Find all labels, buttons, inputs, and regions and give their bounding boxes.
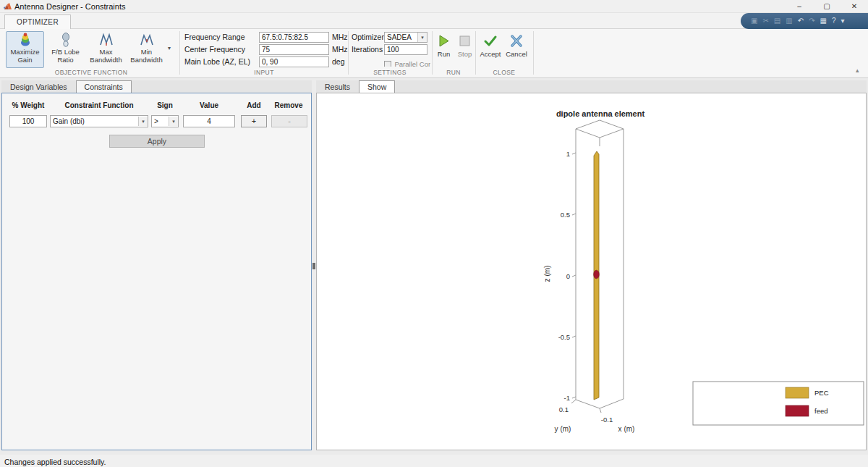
- ribbon-tab-row: OPTIMIZER ▣ ✂ ▤ ▥ ↶ ↷ ▦ ? ▾: [0, 13, 868, 29]
- x-axis-label: x (m): [618, 425, 635, 433]
- maximize-gain-label: Maximize Gain: [7, 49, 43, 64]
- cancel-label: Cancel: [506, 50, 527, 58]
- help-icon[interactable]: ?: [832, 13, 836, 29]
- iterations-label: Iterations: [352, 44, 383, 55]
- fb-lobe-ratio-label: F/B Lobe Ratio: [47, 49, 84, 64]
- main-lobe-unit: deg: [332, 56, 345, 67]
- section-divider: [475, 31, 476, 75]
- stop-button[interactable]: Stop: [455, 31, 475, 68]
- min-bandwidth-icon: [140, 32, 154, 48]
- status-bar: Changes applied successfully.: [0, 455, 868, 467]
- tab-constraints[interactable]: Constraints: [76, 80, 132, 93]
- max-bandwidth-label: Max Bandwidth: [88, 49, 124, 64]
- copy-icon[interactable]: ▤: [774, 13, 780, 29]
- apply-button[interactable]: Apply: [109, 135, 205, 148]
- remove-constraint-button[interactable]: -: [271, 115, 307, 127]
- cut-icon[interactable]: ✂: [762, 13, 768, 29]
- paste-icon[interactable]: ▥: [786, 13, 792, 29]
- optimizer-label: Optimizer: [352, 32, 384, 43]
- accept-label: Accept: [480, 50, 501, 58]
- parallel-computing-label: Parallel Computing: [394, 60, 430, 67]
- window-title: Antenna Designer - Constraints: [14, 0, 125, 13]
- window-controls: – ▢ ✕: [786, 0, 868, 13]
- constraints-panel: Design Variables Constraints % Weight Co…: [1, 80, 312, 450]
- accept-button[interactable]: Accept: [478, 31, 503, 68]
- parallel-computing-row: Parallel Computing: [384, 56, 430, 67]
- title-bar: Antenna Designer - Constraints – ▢ ✕: [0, 0, 868, 13]
- stop-label: Stop: [458, 50, 472, 58]
- sign-select[interactable]: > ▾: [151, 115, 179, 127]
- layout-icon[interactable]: ▦: [820, 13, 827, 29]
- add-constraint-button[interactable]: +: [241, 115, 267, 127]
- constraint-function-value: Gain (dbi): [51, 117, 138, 125]
- tab-results[interactable]: Results: [316, 80, 359, 93]
- minimize-button[interactable]: –: [786, 0, 813, 13]
- section-divider: [348, 31, 349, 75]
- min-bandwidth-button[interactable]: Min Bandwidth: [127, 31, 166, 68]
- section-divider: [533, 31, 534, 75]
- objective-gallery-dropdown-icon[interactable]: ▾: [168, 45, 171, 51]
- tab-design-variables[interactable]: Design Variables: [1, 80, 76, 93]
- splitter-handle-icon: [312, 263, 315, 269]
- center-frequency-label: Center Frequency: [184, 44, 245, 55]
- max-bandwidth-button[interactable]: Max Bandwidth: [87, 31, 125, 68]
- z-tick-0: 0: [566, 272, 570, 280]
- tab-show[interactable]: Show: [359, 80, 395, 93]
- maximize-gain-button[interactable]: Maximize Gain: [6, 31, 44, 68]
- section-label-objective: OBJECTIVE FUNCTION: [3, 69, 179, 77]
- iterations-input[interactable]: 100: [384, 44, 427, 55]
- header-weight: % Weight: [8, 101, 48, 110]
- section-label-close: CLOSE: [475, 69, 533, 77]
- header-sign: Sign: [151, 101, 179, 110]
- constraints-body: % Weight Constraint Function Sign Value …: [1, 93, 312, 450]
- status-message: Changes applied successfully.: [0, 458, 106, 466]
- section-divider: [432, 31, 433, 75]
- x-tick-label: -0.1: [601, 416, 613, 424]
- frequency-range-label: Frequency Range: [184, 32, 244, 43]
- weight-input[interactable]: 100: [9, 115, 47, 127]
- center-frequency-input[interactable]: 75: [259, 44, 329, 55]
- constraint-function-select[interactable]: Gain (dbi) ▾: [50, 115, 148, 127]
- right-panel-tabbar: Results Show: [316, 80, 867, 93]
- fb-lobe-ratio-button[interactable]: F/B Lobe Ratio: [46, 31, 85, 68]
- dipole-feed-shape: [594, 270, 600, 279]
- plot-title: dipole antenna element: [556, 109, 645, 118]
- cancel-button[interactable]: Cancel: [504, 31, 529, 68]
- center-frequency-unit: MHz: [332, 44, 348, 55]
- more-icon[interactable]: ▾: [841, 13, 845, 29]
- toolstrip-collapse-icon[interactable]: ▴: [856, 67, 859, 74]
- maximize-button[interactable]: ▢: [813, 0, 841, 13]
- header-constraint-function: Constraint Function: [48, 101, 150, 110]
- workspace: Design Variables Constraints % Weight Co…: [0, 78, 868, 455]
- app-icon: [4, 2, 12, 11]
- main-lobe-input[interactable]: 0, 90: [259, 56, 329, 67]
- close-button[interactable]: ✕: [841, 0, 868, 13]
- stop-icon: [458, 34, 472, 48]
- chevron-down-icon: ▾: [138, 117, 148, 126]
- legend-label-feed: feed: [814, 407, 828, 415]
- parallel-computing-checkbox[interactable]: [384, 61, 391, 67]
- redo-icon[interactable]: ↷: [809, 13, 814, 29]
- undo-icon[interactable]: ↶: [798, 13, 804, 29]
- run-button[interactable]: Run: [434, 31, 454, 68]
- header-remove: Remove: [270, 101, 307, 110]
- optimizer-select[interactable]: SADEA ▾: [384, 32, 427, 43]
- plot-legend: PEC feed: [693, 382, 864, 425]
- dipole-3d-plot: dipole antenna element: [317, 93, 866, 450]
- plot-canvas[interactable]: dipole antenna element: [316, 93, 867, 450]
- section-label-run: RUN: [432, 69, 475, 77]
- quick-access-toolbar: ▣ ✂ ▤ ▥ ↶ ↷ ▦ ? ▾: [741, 13, 868, 29]
- y-tick-label: 0.1: [559, 405, 569, 413]
- tab-optimizer[interactable]: OPTIMIZER: [4, 14, 71, 30]
- header-add: Add: [241, 101, 267, 110]
- value-input[interactable]: 4: [183, 115, 235, 127]
- z-tick-1: 1: [566, 150, 570, 158]
- min-bandwidth-label: Min Bandwidth: [128, 49, 165, 64]
- main-lobe-label: Main Lobe (AZ, EL): [184, 56, 250, 67]
- run-label: Run: [438, 50, 450, 58]
- run-icon: [437, 34, 451, 48]
- z-tick-m05: -0.5: [558, 333, 570, 341]
- save-icon[interactable]: ▣: [751, 13, 757, 29]
- results-show-panel: Results Show dipole antenna element: [316, 80, 867, 450]
- frequency-range-input[interactable]: 67.5:0.75:82.5: [259, 32, 329, 43]
